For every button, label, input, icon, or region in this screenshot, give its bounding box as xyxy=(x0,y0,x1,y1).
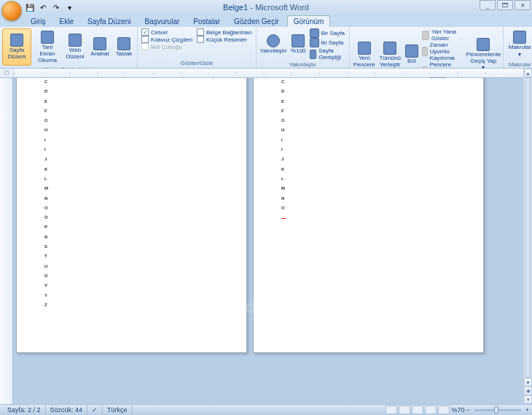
ribbon-tabs: Giriş Ekle Sayfa Düzeni Başvurular Posta… xyxy=(0,15,532,27)
office-button[interactable] xyxy=(1,1,22,21)
web-layout-button[interactable]: Web Düzeni xyxy=(63,28,87,66)
text-line[interactable]: T xyxy=(44,254,246,263)
text-line[interactable]: I xyxy=(44,138,246,147)
minimize-button[interactable]: _ xyxy=(480,0,496,10)
text-line[interactable]: G xyxy=(281,118,483,128)
ruler-toggle[interactable]: ▢ xyxy=(0,69,14,77)
text-line[interactable]: R xyxy=(44,235,246,244)
text-line[interactable]: P xyxy=(44,225,246,234)
tab-references[interactable]: Başvurular xyxy=(139,16,186,27)
text-line[interactable]: F xyxy=(281,109,483,118)
zoom-level[interactable]: %70 xyxy=(451,406,464,414)
text-line[interactable]: Ü xyxy=(44,274,246,283)
text-line[interactable]: K xyxy=(281,167,483,177)
text-line[interactable]: D xyxy=(281,89,483,98)
ruler-checkbox[interactable]: ✓Cetvel xyxy=(140,28,194,36)
group-macros-label: Makrolar xyxy=(506,61,532,69)
text-line[interactable]: L xyxy=(281,177,483,186)
zoom-button[interactable]: Yakınlaştır xyxy=(259,28,288,61)
group-window: Yeni Pencere Tümünü Yerleştir Böl Yan Ya… xyxy=(350,27,504,68)
text-line[interactable]: G xyxy=(44,118,246,128)
text-line[interactable]: U xyxy=(44,264,246,274)
redo-icon[interactable]: ↷ xyxy=(51,2,61,12)
one-page-button[interactable]: Bir Sayfa xyxy=(309,28,347,38)
macros-button[interactable]: Makrolar ▾ xyxy=(506,28,532,61)
zoom-slider[interactable] xyxy=(474,409,521,411)
vertical-scrollbar[interactable]: ▲ ▼ ◉ ▾ xyxy=(523,69,532,404)
horizontal-ruler[interactable]: ▢ ·················· xyxy=(0,69,532,78)
next-page-icon[interactable]: ▾ xyxy=(524,395,532,404)
qat-dropdown-icon[interactable]: ▾ xyxy=(64,2,74,12)
text-line[interactable]: D xyxy=(44,89,246,98)
outline-button[interactable]: Anahat xyxy=(88,28,112,66)
cursor-line[interactable] xyxy=(281,215,483,225)
draft-button[interactable]: Taslak xyxy=(113,28,135,66)
view-print-icon[interactable] xyxy=(386,406,397,414)
two-page-button[interactable]: İki Sayfa xyxy=(309,38,347,47)
text-line[interactable]: M xyxy=(281,186,483,195)
tab-review[interactable]: Gözden Geçir xyxy=(228,16,285,27)
text-line[interactable]: C xyxy=(281,79,483,89)
prev-page-icon[interactable]: ◉ xyxy=(524,387,532,395)
page-2[interactable]: CDEFGHIİJKLMNO xyxy=(253,78,484,353)
tab-insert[interactable]: Ekle xyxy=(54,16,79,27)
text-line[interactable]: F xyxy=(44,109,246,118)
text-line[interactable]: L xyxy=(44,177,246,186)
page-1[interactable]: CDEFGHIİJKLMNOÖPRSTUÜVYZ xyxy=(16,78,247,353)
view-outline-icon[interactable] xyxy=(425,406,437,414)
scroll-thumb[interactable] xyxy=(525,77,531,378)
text-line[interactable]: J xyxy=(44,157,246,166)
doclinks-checkbox[interactable]: Belge Bağlantıları xyxy=(195,28,254,36)
text-line[interactable]: H xyxy=(281,128,483,137)
window-title: Belge1 - Microsoft Word xyxy=(223,3,309,12)
fullscreen-button[interactable]: Tam Ekran Okuma xyxy=(33,28,62,66)
page-status[interactable]: Sayfa: 2 / 2 xyxy=(3,405,46,415)
text-line[interactable]: O xyxy=(44,206,246,215)
close-button[interactable]: ✕ xyxy=(515,0,531,10)
view-draft-icon[interactable] xyxy=(438,406,450,414)
spell-check-icon[interactable]: ✓ xyxy=(87,405,103,415)
tab-home[interactable]: Giriş xyxy=(25,16,52,27)
text-line[interactable]: O xyxy=(281,206,483,215)
text-line[interactable]: J xyxy=(281,157,483,166)
view-fullscreen-icon[interactable] xyxy=(399,406,410,414)
group-zoom: Yakınlaştır %100 Bir Sayfa İki Sayfa Say… xyxy=(257,27,350,68)
sidebyside-button: Yan Yana Göster xyxy=(421,28,465,42)
undo-icon[interactable]: ↶ xyxy=(38,2,48,12)
language-status[interactable]: Türkçe xyxy=(103,405,133,415)
save-icon[interactable]: 💾 xyxy=(25,2,35,12)
zoom-out-button[interactable]: − xyxy=(466,406,469,414)
text-line[interactable]: N xyxy=(281,196,483,206)
group-show-label: Göster/Gizle xyxy=(140,59,254,68)
text-line[interactable]: V xyxy=(44,283,246,292)
print-layout-button[interactable]: Sayfa Düzeni xyxy=(2,28,31,66)
text-line[interactable]: M xyxy=(44,186,246,195)
text-line[interactable]: S xyxy=(44,244,246,254)
zoom-in-button[interactable]: + xyxy=(525,406,529,414)
word-count[interactable]: Sözcük: 44 xyxy=(46,405,88,415)
hundred-button[interactable]: %100 xyxy=(289,28,307,61)
text-line[interactable]: E xyxy=(281,99,483,109)
text-line[interactable]: C xyxy=(44,79,246,89)
gridlines-checkbox[interactable]: Kılavuz Çizgileri xyxy=(140,36,194,43)
text-line[interactable]: H xyxy=(44,128,246,137)
maximize-button[interactable]: 🗖 xyxy=(497,0,513,10)
text-line[interactable]: Y xyxy=(44,293,246,303)
page-width-button[interactable]: Sayfa Genişliği xyxy=(309,47,347,61)
tab-mailings[interactable]: Postalar xyxy=(187,16,226,27)
tab-pagelayout[interactable]: Sayfa Düzeni xyxy=(82,16,136,27)
scroll-up-icon[interactable]: ▲ xyxy=(524,69,532,77)
view-web-icon[interactable] xyxy=(412,406,423,414)
text-line[interactable]: İ xyxy=(281,147,483,157)
text-line[interactable]: Ö xyxy=(44,215,246,225)
tab-view[interactable]: Görünüm xyxy=(287,15,331,27)
text-line[interactable]: E xyxy=(44,99,246,109)
text-line[interactable]: İ xyxy=(44,147,246,157)
text-line[interactable]: K xyxy=(44,167,246,177)
text-line[interactable]: Z xyxy=(44,303,246,312)
text-line[interactable]: N xyxy=(44,196,246,206)
thumbs-checkbox[interactable]: Küçük Resimler xyxy=(195,36,254,43)
scroll-down-icon[interactable]: ▼ xyxy=(524,378,532,387)
vertical-ruler[interactable] xyxy=(0,78,13,404)
text-line[interactable]: I xyxy=(281,138,483,147)
